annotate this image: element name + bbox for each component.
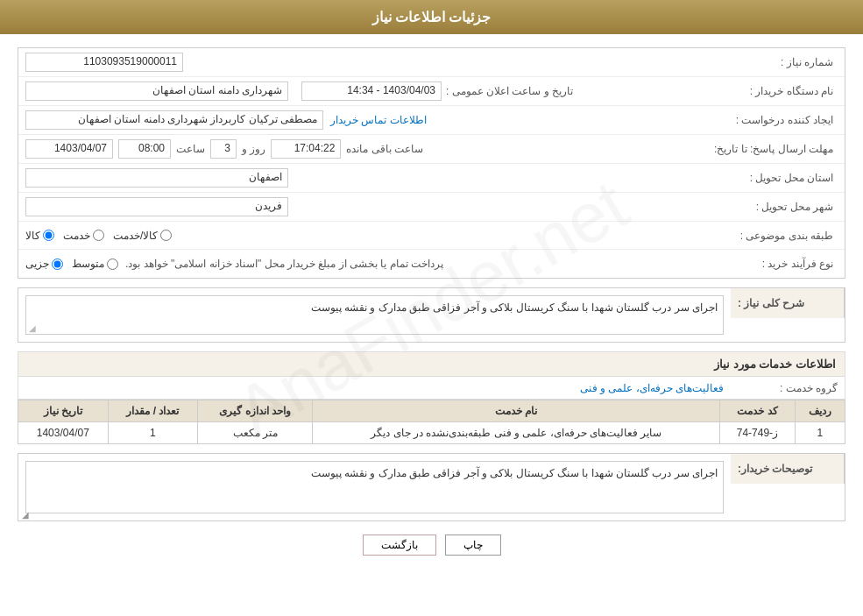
need-number-label: شماره نیاز : — [724, 56, 838, 68]
purchase-type-note: پرداخت تمام یا بخشی از مبلغ خریدار محل "… — [125, 258, 443, 270]
remaining-value: 17:04:22 — [271, 139, 341, 159]
announcement-value: 1403/04/03 - 14:34 — [301, 81, 442, 101]
purchase-type-label: نوع فرآیند خرید : — [724, 258, 838, 270]
col-quantity: تعداد / مقدار — [108, 400, 198, 422]
need-desc-label: شرح کلی نیاز : — [738, 297, 804, 309]
remaining-label: ساعت باقی مانده — [346, 143, 423, 155]
page-header: جزئیات اطلاعات نیاز — [0, 0, 863, 34]
need-number-row: شماره نیاز : 1103093519000011 — [18, 48, 845, 77]
deadline-label: مهلت ارسال پاسخ: تا تاریخ: — [714, 143, 838, 155]
days-label: روز و — [242, 143, 265, 155]
province-value: اصفهان — [25, 168, 288, 188]
need-desc-value: اجرای سر درب گلستان شهدا با سنگ کریستال … — [25, 295, 724, 335]
service-group-label: گروه خدمت : — [724, 382, 838, 394]
purchase-type-radio-group: متوسط جزیی — [25, 258, 118, 270]
table-row: 1ز-749-74سایر فعالیت‌های حرفه‌ای، علمی و… — [18, 422, 845, 444]
buyer-org-value: شهرداری دامنه استان اصفهان — [25, 81, 288, 101]
buyer-announcement-row: نام دستگاه خریدار : تاریخ و ساعت اعلان ع… — [18, 77, 845, 106]
back-button[interactable]: بازگشت — [363, 535, 436, 556]
service-group-row: گروه خدمت : فعالیت‌های حرفه‌ای، علمی و ف… — [18, 377, 845, 400]
col-row-num: ردیف — [795, 400, 845, 422]
city-value: فریدن — [25, 197, 288, 216]
purchase-type-partial[interactable]: جزیی — [25, 258, 63, 270]
deadline-row: مهلت ارسال پاسخ: تا تاریخ: ساعت باقی مان… — [18, 135, 845, 164]
services-title: اطلاعات خدمات مورد نیاز — [18, 351, 845, 377]
col-service-name: نام خدمت — [313, 400, 720, 422]
col-service-code: کد خدمت — [720, 400, 796, 422]
time-label: ساعت — [176, 143, 205, 155]
services-table: ردیف کد خدمت نام خدمت واحد اندازه گیری ت… — [18, 400, 845, 444]
city-label: شهر محل تحویل : — [724, 201, 838, 213]
buyer-desc-section: توصیحات خریدار: اجرای سر درب گلستان شهدا… — [18, 453, 845, 521]
creator-value: مصطفی ترکیان کاربرداز شهرداری دامنه استا… — [25, 110, 323, 130]
page-title: جزئیات اطلاعات نیاز — [372, 10, 492, 25]
print-button[interactable]: چاپ — [445, 535, 501, 556]
creator-row: ایجاد کننده درخواست : اطلاعات تماس خریدا… — [18, 106, 845, 135]
buyer-org-label: نام دستگاه خریدار : — [724, 85, 838, 97]
purchase-type-row: نوع فرآیند خرید : پرداخت تمام یا بخشی از… — [18, 250, 845, 278]
col-unit: واحد اندازه گیری — [198, 400, 313, 422]
services-section: اطلاعات خدمات مورد نیاز گروه خدمت : فعال… — [18, 351, 845, 444]
category-row: طبقه بندی موضوعی : کالا/خدمت خدمت کالا — [18, 222, 845, 250]
contact-link[interactable]: اطلاعات تماس خریدار — [330, 114, 427, 126]
buyer-desc-label: توصیحات خریدار: — [731, 454, 845, 484]
days-value: 3 — [210, 139, 237, 159]
category-option-goods-service[interactable]: کالا/خدمت — [113, 230, 172, 242]
category-label: طبقه بندی موضوعی : — [724, 230, 838, 242]
service-group-link[interactable]: فعالیت‌های حرفه‌ای، علمی و فنی — [580, 382, 724, 394]
category-radio-group: کالا/خدمت خدمت کالا — [25, 230, 172, 242]
province-label: استان محل تحویل : — [724, 172, 838, 184]
need-desc-content: اجرای سر درب گلستان شهدا با سنگ کریستال … — [18, 288, 731, 342]
purchase-type-medium[interactable]: متوسط — [72, 258, 118, 270]
buyer-desc-content: اجرای سر درب گلستان شهدا با سنگ کریستال … — [18, 454, 731, 520]
province-row: استان محل تحویل : اصفهان — [18, 164, 845, 193]
announcement-label: تاریخ و ساعت اعلان عمومی : — [446, 85, 577, 97]
creator-label: ایجاد کننده درخواست : — [724, 114, 838, 126]
time-value: 08:00 — [118, 139, 171, 159]
buyer-desc-value: اجرای سر درب گلستان شهدا با سنگ کریستال … — [25, 461, 724, 513]
main-info-section: شماره نیاز : 1103093519000011 نام دستگاه… — [18, 47, 845, 279]
category-option-service[interactable]: خدمت — [63, 230, 104, 242]
need-number-value: 1103093519000011 — [25, 53, 183, 72]
city-row: شهر محل تحویل : فریدن — [18, 193, 845, 222]
category-option-goods[interactable]: کالا — [25, 230, 54, 242]
footer-buttons: چاپ بازگشت — [18, 535, 845, 569]
resize-handle-icon: ◢ — [29, 323, 36, 333]
col-date: تاریخ نیاز — [18, 400, 109, 422]
resize-handle-icon: ◢ — [20, 510, 29, 519]
deadline-date: 1403/04/07 — [25, 139, 113, 159]
need-desc-section: شرح کلی نیاز : اجرای سر درب گلستان شهدا … — [18, 287, 845, 343]
